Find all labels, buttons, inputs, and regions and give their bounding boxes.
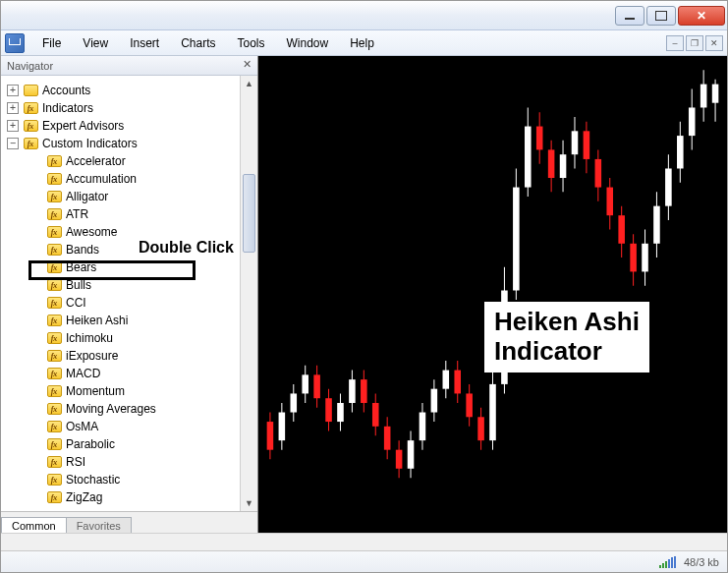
tree-item-macd[interactable]: MACD <box>3 365 238 382</box>
menu-window[interactable]: Window <box>277 33 339 53</box>
tree-item-indicators[interactable]: +Indicators <box>3 99 238 117</box>
tree-item-label: MACD <box>66 365 100 382</box>
svg-rect-15 <box>349 379 356 403</box>
svg-rect-51 <box>560 154 567 178</box>
svg-rect-1 <box>267 422 274 450</box>
svg-rect-31 <box>443 371 450 389</box>
fx-icon <box>47 279 62 291</box>
svg-rect-35 <box>466 393 473 417</box>
navigator-tab-common[interactable]: Common <box>1 517 67 533</box>
fx-icon <box>47 191 62 202</box>
scroll-thumb[interactable] <box>243 174 255 253</box>
navigator-tree[interactable]: +Accounts+Indicators+Expert Advisors−Cus… <box>1 76 240 511</box>
tree-item-expert-advisors[interactable]: +Expert Advisors <box>3 117 238 135</box>
navigator-tab-favorites[interactable]: Favorites <box>66 517 132 533</box>
svg-rect-57 <box>595 159 602 188</box>
menu-view[interactable]: View <box>73 33 118 53</box>
svg-rect-45 <box>525 127 532 188</box>
fx-icon <box>47 155 62 167</box>
tree-item-label: Expert Advisors <box>42 117 124 135</box>
expander-icon[interactable]: + <box>7 85 19 96</box>
tree-item-heiken-ashi[interactable]: Heiken Ashi <box>3 312 238 329</box>
fx-icon <box>47 474 62 486</box>
expander-icon[interactable]: + <box>7 102 19 114</box>
scroll-down-button[interactable]: ▼ <box>241 495 257 511</box>
horizontal-scrollbar[interactable] <box>1 533 727 550</box>
close-button[interactable] <box>678 6 725 26</box>
tree-item-accelerator[interactable]: Accelerator <box>3 152 238 170</box>
expander-icon[interactable]: − <box>7 138 19 149</box>
navigator-close-button[interactable]: ✕ <box>240 58 253 72</box>
svg-rect-39 <box>489 384 496 440</box>
fx-icon <box>24 120 38 132</box>
tree-item-zigzag[interactable]: ZigZag <box>3 488 238 506</box>
mdi-close-button[interactable]: ✕ <box>705 35 723 51</box>
tree-item-bands[interactable]: Bands <box>3 241 238 258</box>
fx-icon <box>47 438 62 450</box>
svg-rect-73 <box>689 107 696 136</box>
tree-item-label: Parabolic <box>66 435 115 453</box>
menu-tools[interactable]: Tools <box>228 33 275 53</box>
navigator-body: +Accounts+Indicators+Expert Advisors−Cus… <box>1 76 257 511</box>
tree-item-ichimoku[interactable]: Ichimoku <box>3 329 238 347</box>
tree-item-momentum[interactable]: Momentum <box>3 382 238 400</box>
menu-charts[interactable]: Charts <box>171 33 225 53</box>
tree-item-label: Indicators <box>42 99 93 117</box>
navigator-scrollbar[interactable]: ▲ ▼ <box>240 76 257 511</box>
svg-rect-19 <box>372 403 379 427</box>
fx-icon <box>47 226 62 238</box>
tree-item-accumulation[interactable]: Accumulation <box>3 170 238 188</box>
chart-area[interactable]: Heiken Ashi Indicator <box>258 56 727 533</box>
folder-icon <box>24 85 38 96</box>
tree-item-atr[interactable]: ATR <box>3 205 238 223</box>
maximize-button[interactable] <box>646 6 676 26</box>
mdi-minimize-button[interactable]: – <box>666 35 684 51</box>
svg-rect-55 <box>584 131 590 159</box>
app-window: File View Insert Charts Tools Window Hel… <box>0 0 728 573</box>
svg-rect-9 <box>313 374 320 398</box>
tree-item-label: Alligator <box>66 188 108 205</box>
svg-rect-65 <box>642 244 648 272</box>
tree-item-label: Accelerator <box>66 152 126 170</box>
mdi-controls: – ❐ ✕ <box>666 35 723 51</box>
tree-item-label: Accounts <box>42 82 90 99</box>
svg-rect-49 <box>548 149 555 178</box>
menu-help[interactable]: Help <box>340 33 384 53</box>
tree-item-rsi[interactable]: RSI <box>3 453 238 471</box>
svg-rect-37 <box>477 417 484 440</box>
tree-item-bulls[interactable]: Bulls <box>3 276 238 294</box>
svg-rect-25 <box>408 440 415 469</box>
tree-item-stochastic[interactable]: Stochastic <box>3 471 238 488</box>
fx-icon <box>47 244 62 256</box>
tree-item-cci[interactable]: CCI <box>3 294 238 312</box>
tree-item-label: OsMA <box>66 418 98 435</box>
tree-item-moving-averages[interactable]: Moving Averages <box>3 400 238 418</box>
expander-icon[interactable]: + <box>7 120 19 132</box>
minimize-button[interactable] <box>615 6 644 26</box>
tree-item-awesome[interactable]: Awesome <box>3 223 238 241</box>
menu-insert[interactable]: Insert <box>120 33 169 53</box>
svg-rect-71 <box>677 136 684 168</box>
tree-item-label: ATR <box>66 205 88 223</box>
tree-item-bears[interactable]: Bears <box>3 258 238 276</box>
tree-item-alligator[interactable]: Alligator <box>3 188 238 205</box>
svg-rect-27 <box>420 413 426 441</box>
tree-item-iexposure[interactable]: iExposure <box>3 347 238 365</box>
tree-item-accounts[interactable]: +Accounts <box>3 82 238 99</box>
svg-rect-11 <box>325 398 332 422</box>
tree-item-osma[interactable]: OsMA <box>3 418 238 435</box>
tree-item-label: Bulls <box>66 276 91 294</box>
fx-icon <box>47 332 62 344</box>
fx-icon <box>24 102 38 114</box>
scroll-up-button[interactable]: ▲ <box>241 76 257 91</box>
tree-item-label: RSI <box>66 453 85 471</box>
menu-file[interactable]: File <box>32 33 71 53</box>
tree-item-label: Accumulation <box>66 170 137 188</box>
tree-item-custom-indicators[interactable]: −Custom Indicators <box>3 135 238 152</box>
fx-icon <box>47 173 62 185</box>
tree-item-parabolic[interactable]: Parabolic <box>3 435 238 453</box>
menubar: File View Insert Charts Tools Window Hel… <box>1 30 727 56</box>
connection-signal-icon <box>659 556 676 568</box>
mdi-restore-button[interactable]: ❐ <box>686 35 703 51</box>
fx-icon <box>47 403 62 415</box>
